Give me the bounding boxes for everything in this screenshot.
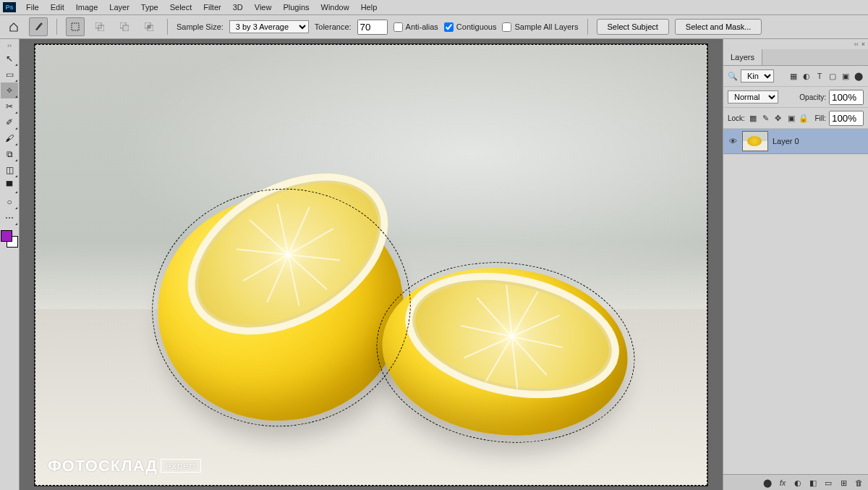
link-layers-icon[interactable]: ⬤ xyxy=(762,478,773,488)
foreground-color[interactable] xyxy=(1,230,12,242)
new-layer-icon[interactable]: ⊞ xyxy=(838,478,848,488)
subtract-selection-icon[interactable] xyxy=(115,17,134,36)
layers-tab[interactable]: Layers xyxy=(723,49,868,66)
lock-artboard-icon[interactable]: ▣ xyxy=(786,113,796,123)
clone-tool[interactable]: ⧉ xyxy=(1,146,18,162)
contiguous-checkbox[interactable]: Contiguous xyxy=(444,22,497,32)
canvas-area[interactable]: ФОТОСКЛАДexpert xyxy=(20,39,723,490)
magic-wand-tool[interactable]: ✧ xyxy=(1,83,18,98)
menu-filter[interactable]: Filter xyxy=(197,0,226,14)
tolerance-label: Tolerance: xyxy=(315,22,352,31)
dodge-tool[interactable]: ○ xyxy=(1,194,18,210)
menu-view[interactable]: View xyxy=(249,0,278,14)
gradient-tool[interactable]: ▀ xyxy=(1,178,18,194)
svg-rect-5 xyxy=(123,25,129,31)
group-icon[interactable]: ▭ xyxy=(823,478,833,488)
mask-icon[interactable]: ◐ xyxy=(793,478,803,488)
layer-thumbnail[interactable] xyxy=(742,131,768,151)
brush-tool[interactable]: 🖌 xyxy=(1,130,18,146)
filter-pixel-icon[interactable]: ▦ xyxy=(788,71,799,81)
eraser-tool[interactable]: ◫ xyxy=(1,162,18,178)
marquee-tool[interactable]: ▭ xyxy=(1,67,18,83)
filter-toggle-icon[interactable]: ⬤ xyxy=(854,71,864,81)
dock-controls[interactable]: ‹‹× xyxy=(723,39,868,49)
toolbar-grip-icon[interactable]: ›› xyxy=(7,42,12,51)
select-subject-button[interactable]: Select Subject xyxy=(597,19,669,35)
intersect-selection-icon[interactable] xyxy=(140,17,158,36)
lock-transparency-icon[interactable]: ▩ xyxy=(748,113,758,123)
layer-filter-row: 🔍 Kind ▦ ◐ T ▢ ▣ ⬤ xyxy=(723,66,868,87)
lock-pixels-icon[interactable]: ✎ xyxy=(761,113,771,123)
add-selection-icon[interactable] xyxy=(90,17,109,36)
svg-rect-8 xyxy=(148,25,150,28)
blend-mode-select[interactable]: Normal xyxy=(728,90,778,104)
filter-shape-icon[interactable]: ▢ xyxy=(827,71,838,81)
search-icon: 🔍 xyxy=(728,71,738,81)
menu-select[interactable]: Select xyxy=(164,0,198,14)
right-dock: ‹‹× Layers 🔍 Kind ▦ ◐ T ▢ ▣ ⬤ Normal Opa… xyxy=(723,39,868,490)
anti-alias-checkbox[interactable]: Anti-alias xyxy=(393,22,438,32)
menubar: Ps FileEditImageLayerTypeSelectFilter3DV… xyxy=(0,0,868,15)
svg-point-0 xyxy=(41,23,43,25)
filter-smart-icon[interactable]: ▣ xyxy=(841,71,851,81)
menu-edit[interactable]: Edit xyxy=(45,0,70,14)
layer-name[interactable]: Layer 0 xyxy=(773,137,799,145)
menu-plugins[interactable]: Plugins xyxy=(277,0,315,14)
menu-help[interactable]: Help xyxy=(355,0,383,14)
menu-window[interactable]: Window xyxy=(315,0,355,14)
sample-all-checkbox[interactable]: Sample All Layers xyxy=(502,22,578,32)
lock-fill-row: Lock: ▩ ✎ ✥ ▣ 🔒 Fill: xyxy=(723,108,868,129)
sample-size-select[interactable]: 3 by 3 Average xyxy=(229,20,309,33)
filter-adjust-icon[interactable]: ◐ xyxy=(801,71,812,81)
layer-row[interactable]: 👁 Layer 0 xyxy=(723,129,868,154)
tool-preset-icon[interactable] xyxy=(29,17,48,36)
lock-all-icon[interactable]: 🔒 xyxy=(799,113,809,123)
tolerance-input[interactable] xyxy=(357,20,388,35)
menu-3d[interactable]: 3D xyxy=(227,0,249,14)
select-and-mask-button[interactable]: Select and Mask... xyxy=(675,19,762,35)
fill-input[interactable] xyxy=(829,111,864,126)
adjustment-icon[interactable]: ◧ xyxy=(808,478,818,488)
filter-kind-select[interactable]: Kind xyxy=(741,69,774,83)
sample-size-label: Sample Size: xyxy=(176,22,224,31)
menu-file[interactable]: File xyxy=(20,0,45,14)
blend-opacity-row: Normal Opacity: xyxy=(723,87,868,108)
left-toolbar: ›› ↖▭✧✂✐🖌⧉◫▀○⋯ xyxy=(0,39,20,490)
svg-rect-1 xyxy=(72,23,79,30)
more-tools[interactable]: ⋯ xyxy=(1,210,18,226)
eyedropper-tool[interactable]: ✐ xyxy=(1,114,18,130)
watermark: ФОТОСКЛАДexpert xyxy=(48,457,201,476)
lock-position-icon[interactable]: ✥ xyxy=(773,113,783,123)
menu-layer[interactable]: Layer xyxy=(103,0,135,14)
app-logo: Ps xyxy=(3,2,16,12)
crop-tool[interactable]: ✂ xyxy=(1,98,18,114)
collapse-icon: ‹‹ xyxy=(854,41,859,48)
layers-footer: ⬤ fx ◐ ◧ ▭ ⊞ 🗑 xyxy=(723,474,868,490)
color-swatches[interactable] xyxy=(1,230,18,248)
filter-type-icon[interactable]: T xyxy=(814,71,825,81)
new-selection-icon[interactable] xyxy=(66,17,85,36)
menu-type[interactable]: Type xyxy=(135,0,164,14)
fx-icon[interactable]: fx xyxy=(778,478,788,488)
menu-image[interactable]: Image xyxy=(70,0,104,14)
opacity-input[interactable] xyxy=(829,90,864,105)
close-icon: × xyxy=(861,41,865,48)
move-tool[interactable]: ↖ xyxy=(1,51,18,67)
options-bar: Sample Size: 3 by 3 Average Tolerance: A… xyxy=(0,15,868,39)
document-canvas[interactable]: ФОТОСКЛАДexpert xyxy=(35,44,707,486)
home-button[interactable] xyxy=(4,17,23,36)
visibility-icon[interactable]: 👁 xyxy=(728,136,738,146)
workspace: ›› ↖▭✧✂✐🖌⧉◫▀○⋯ ФОТОСКЛАДexpert ‹‹× Layer… xyxy=(0,39,868,490)
delete-icon[interactable]: 🗑 xyxy=(854,478,864,488)
